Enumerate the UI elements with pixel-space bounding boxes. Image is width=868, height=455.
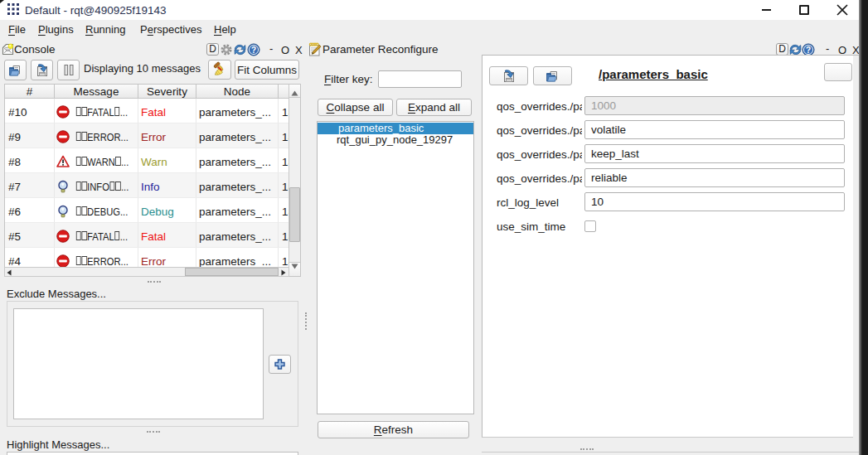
- svg-text:?: ?: [806, 46, 811, 55]
- svg-text:?: ?: [251, 46, 256, 55]
